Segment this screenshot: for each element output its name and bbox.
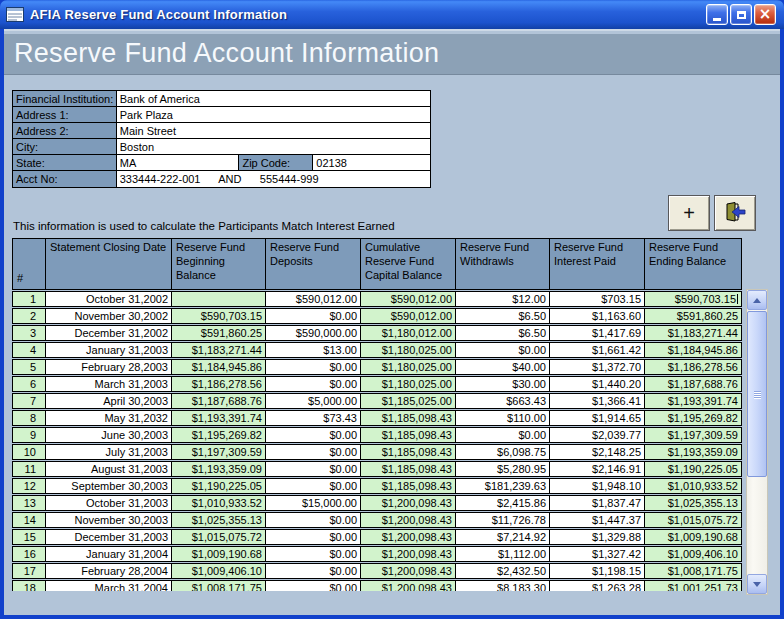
grid-cell[interactable]: $1,185,098.43 <box>361 427 456 443</box>
grid-cell[interactable]: 7 <box>12 393 46 409</box>
grid-cell[interactable]: $2,432.50 <box>456 563 550 579</box>
column-header[interactable]: Reserve Fund Beginning Balance <box>172 238 266 290</box>
grid-cell[interactable]: $1,417.69 <box>550 325 645 341</box>
grid-cell[interactable]: $1,193,359.09 <box>645 444 742 460</box>
grid-cell[interactable]: $1,263.28 <box>550 580 645 591</box>
grid-cell[interactable]: $181,239.63 <box>456 478 550 494</box>
grid-cell[interactable]: $1,008,171.75 <box>172 580 266 591</box>
grid-cell[interactable]: $1,185,098.43 <box>361 444 456 460</box>
grid-cell[interactable]: $1,009,190.68 <box>172 546 266 562</box>
grid-cell[interactable]: November 30,2003 <box>46 512 172 528</box>
grid-cell[interactable] <box>172 291 266 307</box>
add-record-button[interactable]: + <box>668 195 710 231</box>
column-header[interactable]: Reserve Fund Withdrawls <box>456 238 550 290</box>
grid-cell[interactable]: 9 <box>12 427 46 443</box>
grid-cell[interactable]: $1,447.37 <box>550 512 645 528</box>
grid-cell[interactable]: $12.00 <box>456 291 550 307</box>
grid-cell[interactable]: 17 <box>12 563 46 579</box>
grid-cell[interactable]: $1,200,098.43 <box>361 495 456 511</box>
grid-cell[interactable]: $1,190,225.05 <box>172 478 266 494</box>
grid-cell[interactable]: March 31,2004 <box>46 580 172 591</box>
grid-cell[interactable]: 4 <box>12 342 46 358</box>
grid-cell[interactable]: $1,184,945.86 <box>172 359 266 375</box>
grid-cell[interactable]: $1,183,271.44 <box>645 325 742 341</box>
grid-cell[interactable]: $1,010,933.52 <box>172 495 266 511</box>
grid-cell[interactable]: $110.00 <box>456 410 550 426</box>
grid-cell[interactable]: $1,193,391.74 <box>645 393 742 409</box>
grid-cell[interactable]: $1,195,269.82 <box>645 410 742 426</box>
grid-cell[interactable]: 3 <box>12 325 46 341</box>
grid-cell[interactable]: $1,372.70 <box>550 359 645 375</box>
grid-cell[interactable]: February 28,2004 <box>46 563 172 579</box>
grid-cell[interactable]: $0.00 <box>266 580 361 591</box>
grid-cell[interactable]: $0.00 <box>266 546 361 562</box>
column-header[interactable]: # <box>12 238 46 290</box>
grid-cell[interactable]: October 31,2003 <box>46 495 172 511</box>
grid-cell[interactable]: $591,860.25 <box>645 308 742 324</box>
grid-cell[interactable]: $1,010,933.52 <box>645 478 742 494</box>
grid-cell[interactable]: February 28,2003 <box>46 359 172 375</box>
column-header[interactable]: Reserve Fund Interest Paid <box>550 238 645 290</box>
grid-cell[interactable]: $1,190,225.05 <box>645 461 742 477</box>
address2-field[interactable]: Main Street <box>117 123 430 139</box>
grid-cell[interactable]: $1,200,098.43 <box>361 512 456 528</box>
minimize-button[interactable] <box>706 4 728 25</box>
grid-cell[interactable]: $1,198.15 <box>550 563 645 579</box>
grid-cell[interactable]: $7,214.92 <box>456 529 550 545</box>
grid-cell[interactable]: $1,948.10 <box>550 478 645 494</box>
grid-cell[interactable]: September 30,2003 <box>46 478 172 494</box>
grid-cell[interactable]: $1,163.60 <box>550 308 645 324</box>
grid-cell[interactable]: $1,015,075.72 <box>645 512 742 528</box>
grid-cell[interactable]: $1,180,012.00 <box>361 325 456 341</box>
grid-cell[interactable]: $6,098.75 <box>456 444 550 460</box>
grid-cell[interactable]: December 31,2003 <box>46 529 172 545</box>
grid-cell[interactable]: $1,200,098.43 <box>361 580 456 591</box>
scroll-up-button[interactable] <box>747 290 767 310</box>
exit-form-button[interactable] <box>714 195 756 231</box>
grid-cell[interactable]: $590,012.00 <box>361 291 456 307</box>
grid-cell[interactable]: $2,039.77 <box>550 427 645 443</box>
grid-cell[interactable]: $1,195,269.82 <box>172 427 266 443</box>
column-header[interactable]: Statement Closing Date <box>46 238 172 290</box>
grid-cell[interactable]: $1,183,271.44 <box>172 342 266 358</box>
grid-cell[interactable]: 13 <box>12 495 46 511</box>
grid-cell[interactable]: 8 <box>12 410 46 426</box>
grid-cell[interactable]: 11 <box>12 461 46 477</box>
grid-cell[interactable]: $1,009,406.10 <box>172 563 266 579</box>
grid-cell[interactable]: April 30,2003 <box>46 393 172 409</box>
grid-cell[interactable]: $0.00 <box>266 444 361 460</box>
grid-cell[interactable]: July 31,2003 <box>46 444 172 460</box>
grid-cell[interactable]: November 30,2002 <box>46 308 172 324</box>
grid-cell[interactable]: $1,180,025.00 <box>361 342 456 358</box>
grid-cell[interactable]: $2,415.86 <box>456 495 550 511</box>
city-field[interactable]: Boston <box>117 139 430 155</box>
grid-cell[interactable]: $1,009,190.68 <box>645 529 742 545</box>
vertical-scrollbar[interactable] <box>746 289 768 595</box>
grid-cell[interactable]: $0.00 <box>266 563 361 579</box>
grid-cell[interactable]: $0.00 <box>266 427 361 443</box>
grid-cell[interactable]: $590,012.00 <box>266 291 361 307</box>
grid-cell[interactable]: $663.43 <box>456 393 550 409</box>
grid-cell[interactable]: $1,197,309.59 <box>645 427 742 443</box>
grid-cell[interactable]: $1,837.47 <box>550 495 645 511</box>
grid-cell[interactable]: $73.43 <box>266 410 361 426</box>
grid-cell[interactable]: $1,180,025.00 <box>361 376 456 392</box>
grid-cell[interactable]: $1,366.41 <box>550 393 645 409</box>
institution-field[interactable]: Bank of America <box>117 91 430 107</box>
grid-cell[interactable]: $703.15 <box>550 291 645 307</box>
grid-cell[interactable]: $6.50 <box>456 308 550 324</box>
grid-cell[interactable]: $1,187,688.76 <box>172 393 266 409</box>
grid-cell[interactable]: $15,000.00 <box>266 495 361 511</box>
grid-cell[interactable]: $0.00 <box>266 308 361 324</box>
grid-cell[interactable]: $30.00 <box>456 376 550 392</box>
grid-cell[interactable]: $0.00 <box>266 478 361 494</box>
grid-cell[interactable]: $1,008,171.75 <box>645 563 742 579</box>
grid-cell[interactable]: $1,327.42 <box>550 546 645 562</box>
grid-cell[interactable]: $1,440.20 <box>550 376 645 392</box>
grid-cell[interactable]: $1,112.00 <box>456 546 550 562</box>
grid-cell[interactable]: $590,703.15 <box>172 308 266 324</box>
grid-cell[interactable]: August 31,2003 <box>46 461 172 477</box>
address1-field[interactable]: Park Plaza <box>117 107 430 123</box>
grid-cell[interactable]: $0.00 <box>266 512 361 528</box>
grid-cell[interactable]: $590,000.00 <box>266 325 361 341</box>
